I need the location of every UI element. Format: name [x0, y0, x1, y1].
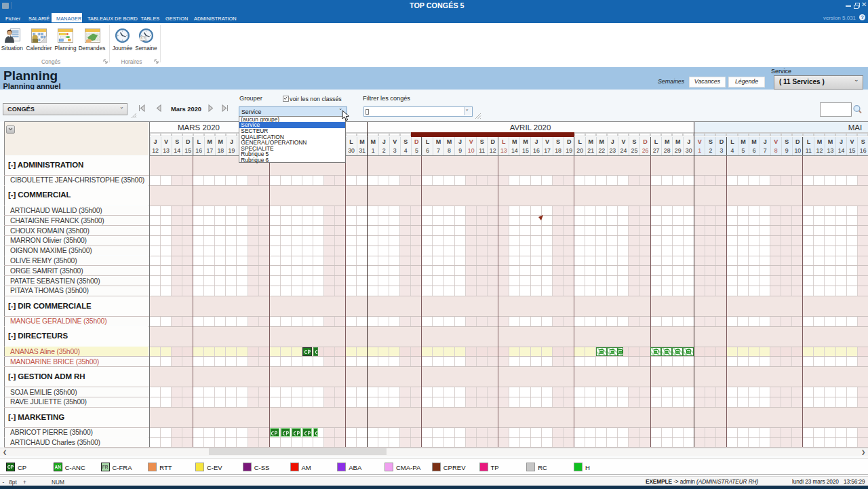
svg-text:1-7: 1-7: [141, 37, 146, 40]
